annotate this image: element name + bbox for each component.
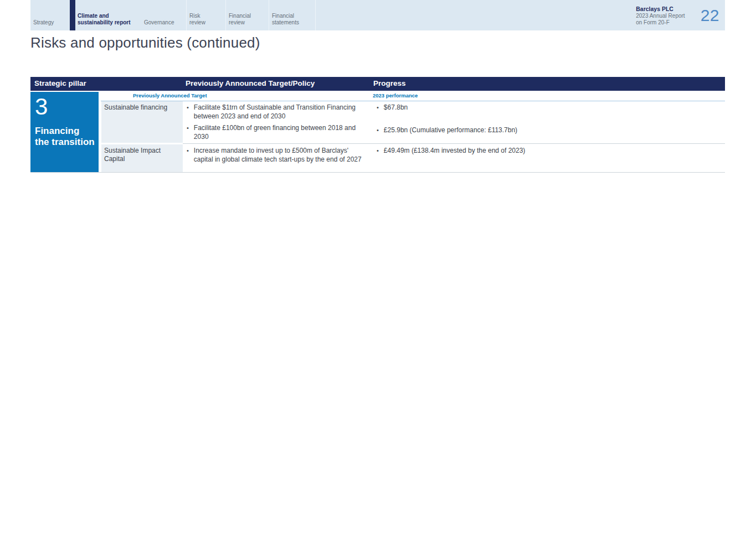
tab-climate-sustainability-report[interactable]: Climate and sustainability report xyxy=(75,0,141,30)
brand-report-line-1: 2023 Annual Report xyxy=(636,13,685,20)
active-tab-indicator xyxy=(70,0,75,30)
progress-text: $67.8bn xyxy=(384,103,716,112)
progress-text: £25.9bn (Cumulative performance: £113.7b… xyxy=(384,126,716,135)
row-separator-line xyxy=(183,143,725,144)
progress-bullet: $67.8bn xyxy=(373,103,716,112)
nav-spacer xyxy=(316,0,636,30)
table-bottom-line xyxy=(30,172,725,173)
category-cell-sustainable-financing: Sustainable financing xyxy=(101,101,183,143)
target-text: Facilitate £100bn of green financing bet… xyxy=(194,124,368,141)
strategic-pillar-cell: 3 Financing the transition xyxy=(30,92,99,172)
tab-financial-review-label: Financial review xyxy=(229,13,251,26)
progress-bullet: £25.9bn (Cumulative performance: £113.7b… xyxy=(373,126,716,135)
progress-text: £49.49m (£138.4m invested by the end of … xyxy=(384,147,716,155)
top-nav-bar: Strategy Climate and sustainability repo… xyxy=(30,0,725,30)
targets-progress-table: Strategic pillar Previously Announced Ta… xyxy=(30,77,725,177)
tab-strategy[interactable]: Strategy xyxy=(30,0,70,30)
subheader-previously-announced-target: Previously Announced Target xyxy=(133,92,207,98)
targets-row-2: Increase mandate to invest up to £500m o… xyxy=(183,147,368,164)
progress-row-1: $67.8bn £25.9bn (Cumulative performance:… xyxy=(373,103,716,134)
header-progress: Progress xyxy=(373,79,406,87)
report-brand-block: Barclays PLC 2023 Annual Report on Form … xyxy=(636,0,685,30)
table-subheader-row: Previously Announced Target 2023 perform… xyxy=(101,91,725,101)
brand-company-name: Barclays PLC xyxy=(636,6,685,13)
tab-risk-review[interactable]: Risk review xyxy=(187,0,226,30)
progress-bullet: £49.49m (£138.4m invested by the end of … xyxy=(373,147,716,155)
progress-row-2: £49.49m (£138.4m invested by the end of … xyxy=(373,147,716,155)
tab-climate-label: Climate and sustainability report xyxy=(78,13,131,26)
header-target-policy: Previously Announced Target/Policy xyxy=(186,79,315,87)
tab-financial-review[interactable]: Financial review xyxy=(226,0,269,30)
report-page: Strategy Climate and sustainability repo… xyxy=(0,0,756,534)
page-number: 22 xyxy=(701,6,719,25)
pillar-name: Financing the transition xyxy=(35,126,99,148)
page-title: Risks and opportunities (continued) xyxy=(30,34,260,51)
tab-governance-label: Governance xyxy=(144,19,174,26)
tab-risk-review-label: Risk review xyxy=(189,13,205,26)
target-bullet: Facilitate $1trn of Sustainable and Tran… xyxy=(183,103,368,121)
tab-financial-statements[interactable]: Financial statements xyxy=(269,0,316,30)
target-bullet: Facilitate £100bn of green financing bet… xyxy=(183,124,368,141)
header-strategic-pillar: Strategic pillar xyxy=(34,79,86,87)
tab-financial-statements-label: Financial statements xyxy=(272,13,299,26)
tab-governance[interactable]: Governance xyxy=(141,0,187,30)
tab-strategy-label: Strategy xyxy=(33,19,54,26)
brand-report-line-2: on Form 20-F xyxy=(636,19,685,27)
table-header-row: Strategic pillar Previously Announced Ta… xyxy=(30,77,725,91)
target-text: Increase mandate to invest up to £500m o… xyxy=(194,147,368,164)
targets-row-1: Facilitate $1trn of Sustainable and Tran… xyxy=(183,103,368,141)
subheader-2023-performance: 2023 performance xyxy=(373,92,418,98)
pillar-number: 3 xyxy=(35,95,99,118)
category-cell-sustainable-impact-capital: Sustainable Impact Capital xyxy=(101,144,183,172)
target-text: Facilitate $1trn of Sustainable and Tran… xyxy=(194,103,368,121)
target-bullet: Increase mandate to invest up to £500m o… xyxy=(183,147,368,164)
